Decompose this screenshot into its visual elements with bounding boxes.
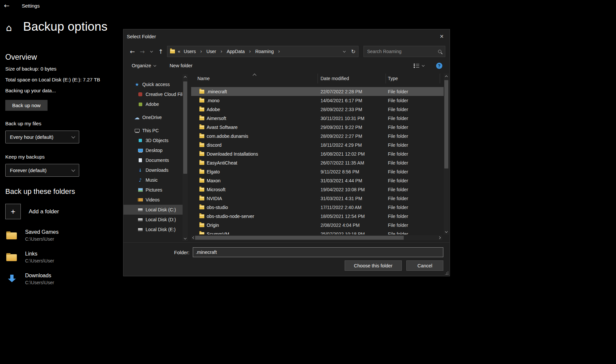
file-row[interactable]: .minecraft 22/07/2022 2:28 PM File folde… <box>191 87 444 96</box>
backup-folder-item[interactable]: Saved Games C:\Users\User <box>5 229 124 242</box>
resize-grip[interactable] <box>444 271 448 275</box>
folder-icon <box>199 107 204 111</box>
close-icon[interactable]: × <box>436 31 447 41</box>
file-row[interactable]: Maxon 31/03/2021 4:44 PM File folder <box>191 176 444 185</box>
disk-icon <box>137 207 143 212</box>
file-row[interactable]: com.adobe.dunamis 28/09/2022 2:27 PM Fil… <box>191 132 444 140</box>
file-row[interactable]: EasyAntiCheat 26/07/2022 11:35 AM File f… <box>191 158 444 167</box>
tree-item[interactable]: Documents <box>123 155 183 165</box>
tree-item[interactable]: Adobe <box>123 99 183 109</box>
folder-name: Downloads <box>25 273 54 279</box>
breadcrumb-item[interactable]: AppData › <box>225 48 254 54</box>
help-icon[interactable]: ? <box>436 63 442 69</box>
folder-icon <box>199 179 204 183</box>
breadcrumb-item[interactable]: Roaming › <box>254 48 283 54</box>
nav-back-icon[interactable]: ← <box>127 46 137 57</box>
tree-item[interactable]: Creative Cloud File <box>123 89 183 99</box>
file-row[interactable]: ScummVM 25/07/2022 10:18 PM File folder <box>191 229 444 234</box>
search-input[interactable] <box>366 48 438 54</box>
file-name: .mono <box>207 98 220 103</box>
add-folder-button[interactable]: + Add a folder <box>5 204 124 219</box>
file-row[interactable]: Microsoft 19/04/2022 10:08 PM File folde… <box>191 185 444 194</box>
chevron-down-icon <box>71 135 75 138</box>
file-type: File folder <box>386 176 440 185</box>
videos-icon <box>137 197 143 202</box>
tree-item[interactable]: 3D Objects <box>123 136 183 145</box>
file-row[interactable]: NVIDIA 31/03/2021 4:31 PM File folder <box>191 194 444 203</box>
folder-icon <box>170 49 175 53</box>
file-row[interactable]: obs-studio-node-server 18/05/2021 12:54 … <box>191 212 444 221</box>
file-type: File folder <box>386 229 440 234</box>
file-date: 17/11/2022 2:40 AM <box>318 203 386 212</box>
list-vertical-scrollbar[interactable] <box>444 74 449 234</box>
file-row[interactable]: Origin 2/08/2022 4:04 PM File folder <box>191 221 444 229</box>
choose-this-folder-button[interactable]: Choose this folder <box>345 260 402 271</box>
file-row[interactable]: Aimersoft 30/11/2021 10:31 PM File folde… <box>191 114 444 123</box>
file-date: 16/08/2021 12:02 PM <box>318 149 386 158</box>
file-type: File folder <box>386 203 440 212</box>
chevron-right-icon[interactable]: › <box>197 48 205 54</box>
address-dropdown-icon[interactable] <box>343 49 345 52</box>
backup-folders-heading: Back up these folders <box>5 187 124 196</box>
tree-item[interactable]: This PC <box>123 126 183 136</box>
column-header-name[interactable]: Name <box>191 74 318 83</box>
folder-path: C:\Users\User <box>25 236 58 242</box>
home-icon: ⌂ <box>6 22 12 33</box>
breadcrumb-item[interactable]: Users › <box>183 48 205 54</box>
chevron-right-icon[interactable]: › <box>218 48 225 54</box>
file-row[interactable]: Downloaded Installations 16/08/2021 12:0… <box>191 149 444 158</box>
file-date: 25/07/2022 10:18 PM <box>318 229 386 234</box>
file-row[interactable]: discord 18/11/2022 4:29 PM File folder <box>191 140 444 149</box>
backup-frequency-select[interactable]: Every hour (default) <box>5 131 79 143</box>
search-icon[interactable] <box>438 50 441 53</box>
file-row[interactable]: Avast Software 29/09/2021 9:22 PM File f… <box>191 123 444 132</box>
file-row[interactable]: Adobe 28/09/2022 2:33 PM File folder <box>191 105 444 114</box>
back-arrow-icon[interactable]: ← <box>4 2 10 10</box>
folder-icon <box>5 230 18 241</box>
backup-folder-item[interactable]: Links C:\Users\User <box>5 251 124 263</box>
chevron-right-icon[interactable]: › <box>246 48 254 54</box>
address-bar[interactable]: « Users › User › AppData › <box>167 46 359 57</box>
new-folder-button[interactable]: New folder <box>170 63 192 68</box>
desktop-icon <box>137 148 143 153</box>
breadcrumb-item[interactable]: User › <box>205 48 225 54</box>
column-header-type[interactable]: Type <box>386 74 440 83</box>
chevron-right-icon[interactable]: › <box>275 48 283 54</box>
back-up-now-button[interactable]: Back up now <box>5 100 48 111</box>
tree-item[interactable]: Music <box>123 175 183 185</box>
keep-backups-select[interactable]: Forever (default) <box>5 164 79 177</box>
nav-history-chevron-icon[interactable] <box>147 46 156 57</box>
list-view-icon <box>414 64 420 68</box>
tree-item[interactable]: Local Disk (D:) <box>123 215 183 225</box>
nav-up-icon[interactable]: ↑ <box>156 46 166 57</box>
file-row[interactable]: obs-studio 17/11/2022 2:40 AM File folde… <box>191 203 444 212</box>
tree-scrollbar-thumb[interactable] <box>183 81 187 174</box>
tree-item[interactable]: Desktop <box>123 145 183 155</box>
refresh-icon[interactable]: ↻ <box>351 48 356 55</box>
file-row[interactable]: Elgato 9/11/2022 8:56 PM File folder <box>191 167 444 176</box>
breadcrumb-overflow[interactable]: « <box>178 49 181 54</box>
file-date: 31/03/2021 4:44 PM <box>318 176 386 185</box>
star-icon <box>134 82 140 87</box>
horizontal-scrollbar-thumb[interactable] <box>195 236 404 240</box>
tree-item[interactable]: Pictures <box>123 185 183 195</box>
tree-item[interactable]: Quick access <box>123 79 183 89</box>
organize-button[interactable]: Organize <box>132 63 156 68</box>
backup-folder-item[interactable]: Downloads C:\Users\User <box>5 273 124 285</box>
list-horizontal-scrollbar[interactable] <box>191 235 442 240</box>
column-header-date[interactable]: Date modified <box>318 74 386 83</box>
tree-item[interactable]: Downloads <box>123 165 183 175</box>
nav-forward-icon[interactable]: → <box>137 46 147 57</box>
folder-name-input[interactable] <box>193 247 443 257</box>
tree-scrollbar[interactable] <box>183 74 188 241</box>
tree-item[interactable]: Videos <box>123 195 183 205</box>
tree-item[interactable]: Local Disk (E:) <box>123 225 183 234</box>
cancel-button[interactable]: Cancel <box>406 260 443 271</box>
file-type: File folder <box>386 194 440 203</box>
file-type: File folder <box>386 87 440 96</box>
change-view-button[interactable] <box>414 64 424 68</box>
file-row[interactable]: .mono 14/04/2021 6:17 PM File folder <box>191 96 444 105</box>
tree-item[interactable]: OneDrive <box>123 112 183 122</box>
tree-item[interactable]: Local Disk (C:) <box>123 205 183 215</box>
list-scrollbar-thumb[interactable] <box>444 80 448 168</box>
